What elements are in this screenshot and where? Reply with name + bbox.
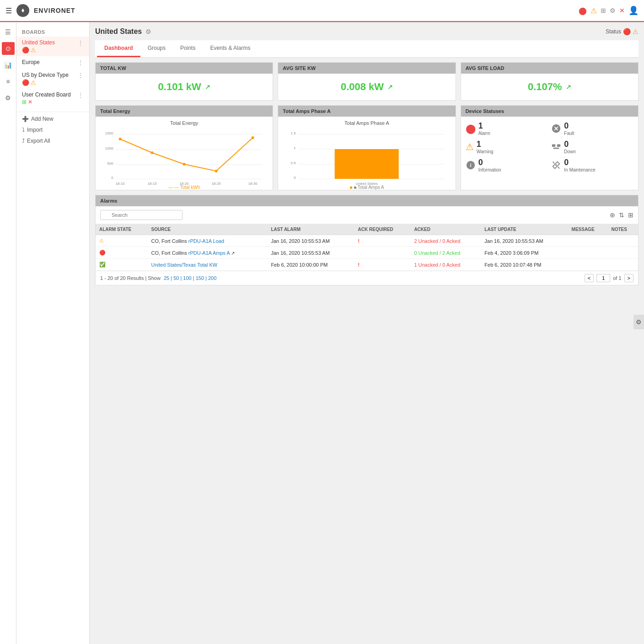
filter-icon[interactable]: ⊛ bbox=[610, 211, 615, 219]
alarms-table: ALARM STATE SOURCE LAST ALARM ACK REQUIR… bbox=[96, 224, 638, 271]
sidebar-icon-settings[interactable]: ⚙ bbox=[2, 91, 15, 104]
alarms-toolbar: 🔍 ⊛ ⇅ ⊞ bbox=[96, 206, 638, 224]
kpi-card-avg-site-load: AVG SITE LOAD 0.107% ↗ bbox=[461, 62, 639, 101]
amps-chart-legend: ■ ■ Total Amps A bbox=[282, 185, 451, 190]
warning-count: 1 bbox=[477, 140, 494, 149]
svg-text:18:10: 18:10 bbox=[116, 182, 125, 186]
board-item-device-type[interactable]: US by Device Type 🔴 ⚠ ⋮ bbox=[16, 69, 89, 89]
info-icon-container: i bbox=[466, 160, 476, 170]
status-alarm-icon: 🔴 bbox=[623, 28, 631, 35]
search-input[interactable] bbox=[100, 210, 182, 220]
board-item-united-states[interactable]: United States 🔴 ⚠ ⋮ bbox=[16, 37, 89, 56]
row2-source-link[interactable]: rPDU-A1A Amps A bbox=[188, 250, 230, 256]
sidebar-icon-list[interactable]: ≡ bbox=[2, 75, 15, 88]
svg-text:500: 500 bbox=[107, 161, 113, 166]
sidebar-icon-home[interactable]: ⊙ bbox=[2, 42, 15, 55]
table-row: ✅ United States/Texas Total KW Feb 6, 20… bbox=[96, 259, 638, 271]
kpi-row: TOTAL KW 0.101 kW ↗ AVG SITE KW 0.008 kW… bbox=[95, 62, 639, 101]
status-maintenance: 0 In Maintenance bbox=[551, 158, 633, 172]
table-row: 🔴 CO, Fort Collins rPDU-A1A Amps A ↗ Jan… bbox=[96, 247, 638, 259]
import-link[interactable]: ⤵ Import bbox=[22, 125, 84, 135]
next-page-btn[interactable]: > bbox=[624, 274, 633, 282]
svg-text:18:30: 18:30 bbox=[248, 182, 258, 186]
top-nav: ☰ ENVIRONET ⬤ ⚠ ⊞ ⚙ ✕ 👤 bbox=[0, 0, 644, 22]
main-layout: ☰ ⊙ 📊 ≡ ⚙ BOARDS United States 🔴 ⚠ ⋮ Eur… bbox=[0, 22, 644, 644]
svg-text:1.5: 1.5 bbox=[291, 131, 296, 135]
row3-last-update: Feb 6, 2020 10:07:48 PM bbox=[481, 259, 568, 271]
col-message: MESSAGE bbox=[568, 224, 608, 235]
fault-icon-container bbox=[551, 123, 561, 134]
sort-icon[interactable]: ⇅ bbox=[619, 211, 624, 219]
nav-warning-icon[interactable]: ⚠ bbox=[590, 6, 597, 15]
fault-label: Fault bbox=[564, 131, 574, 136]
add-new-link[interactable]: ➕ Add New bbox=[22, 114, 84, 124]
chart-device-statuses: Device Statuses ⬤ 1 Alarm bbox=[461, 105, 639, 190]
kpi-trend-icon-0: ↗ bbox=[205, 83, 210, 91]
board-more-user[interactable]: ⋮ bbox=[77, 91, 84, 99]
kpi-value-avg-site-kw: 0.008 kW ↗ bbox=[278, 74, 455, 100]
badge-orange-warn: ⚠ bbox=[31, 47, 36, 54]
tab-points[interactable]: Points bbox=[173, 40, 203, 57]
nav-user-icon[interactable]: 👤 bbox=[628, 5, 639, 16]
nav-close-icon[interactable]: ✕ bbox=[619, 7, 625, 14]
nav-alarm-icon[interactable]: ⬤ bbox=[579, 6, 587, 15]
col-alarm-state: ALARM STATE bbox=[96, 224, 148, 235]
kpi-header-total-kw: TOTAL KW bbox=[96, 63, 273, 74]
columns-icon[interactable]: ⊞ bbox=[628, 211, 633, 219]
row3-source-link[interactable]: United States/Texas Total KW bbox=[151, 262, 218, 268]
kpi-trend-icon-2: ↗ bbox=[566, 83, 571, 91]
info-count: 0 bbox=[478, 158, 501, 167]
row3-state: ✅ bbox=[96, 259, 148, 271]
tab-groups[interactable]: Groups bbox=[140, 40, 173, 57]
info-label: Information bbox=[478, 167, 501, 172]
menu-icon[interactable]: ☰ bbox=[5, 6, 12, 15]
nav-logo bbox=[16, 4, 29, 17]
settings-float-btn[interactable]: ⚙ bbox=[633, 315, 644, 329]
svg-text:0: 0 bbox=[111, 176, 113, 180]
row1-source-link[interactable]: rPDU-A1A Load bbox=[188, 238, 224, 244]
board-more-btn[interactable]: ⋮ bbox=[77, 39, 84, 47]
export-all-link[interactable]: ⤴ Export All bbox=[22, 136, 84, 146]
board-name-europe: Europe bbox=[22, 59, 40, 65]
board-item-europe[interactable]: Europe ⋮ bbox=[16, 56, 89, 69]
energy-chart-svg: 1500 1000 500 0 bbox=[99, 128, 269, 182]
maintenance-icon-container bbox=[551, 160, 561, 170]
svg-text:18:25: 18:25 bbox=[212, 182, 221, 186]
row2-acked: 0 Unacked / 2 Acked bbox=[410, 247, 481, 259]
status-label: Status bbox=[606, 28, 621, 35]
chart-body-amps: Total Amps Phase A 0 0.5 1 1.5 bbox=[278, 117, 455, 190]
row3-acked: 1 Unacked / 0 Acked bbox=[410, 259, 481, 271]
board-more-europe[interactable]: ⋮ bbox=[77, 59, 84, 66]
device-statuses-grid: ⬤ 1 Alarm bbox=[461, 117, 638, 177]
tab-events-alarms[interactable]: Events & Alarms bbox=[203, 40, 258, 57]
sidebar-icon-menu[interactable]: ☰ bbox=[2, 26, 15, 38]
prev-page-btn[interactable]: < bbox=[585, 274, 594, 282]
svg-point-12 bbox=[215, 170, 218, 172]
tab-dashboard[interactable]: Dashboard bbox=[97, 40, 140, 57]
boards-panel: BOARDS United States 🔴 ⚠ ⋮ Europe ⋮ bbox=[16, 22, 90, 644]
sidebar-icon-chart[interactable]: 📊 bbox=[2, 59, 15, 71]
board-item-user-created[interactable]: User Created Board ⊞ ✕ ⋮ bbox=[16, 89, 89, 108]
svg-line-38 bbox=[553, 162, 555, 164]
page-input[interactable] bbox=[596, 274, 610, 282]
col-notes: NOTES bbox=[607, 224, 638, 235]
nav-wrench-icon[interactable]: ⚙ bbox=[610, 7, 616, 14]
pagination-info: 1 - 20 of 20 Results | Show 25 | 50 | 10… bbox=[100, 275, 216, 281]
alarm-count-label: 1 Alarm bbox=[478, 121, 490, 136]
kpi-card-avg-site-kw: AVG SITE KW 0.008 kW ↗ bbox=[278, 62, 456, 101]
row3-message bbox=[568, 259, 608, 271]
status-info: i 0 Information bbox=[466, 158, 548, 172]
page-settings-icon[interactable]: ⚙ bbox=[145, 28, 151, 35]
svg-text:1500: 1500 bbox=[105, 131, 113, 135]
row3-source: United States/Texas Total KW bbox=[148, 259, 268, 271]
alarms-table-wrapper: ALARM STATE SOURCE LAST ALARM ACK REQUIR… bbox=[96, 224, 638, 271]
nav-grid-icon[interactable]: ⊞ bbox=[601, 7, 606, 14]
pagination-show-options[interactable]: 25 | 50 | 100 | 150 | 200 bbox=[164, 275, 216, 281]
col-last-alarm: LAST ALARM bbox=[267, 224, 354, 235]
chart-title-amps: Total Amps Phase A bbox=[282, 120, 451, 126]
badge-red-user: ✕ bbox=[28, 99, 32, 105]
settings-float-icon: ⚙ bbox=[636, 318, 642, 326]
board-more-device[interactable]: ⋮ bbox=[77, 72, 84, 79]
col-acked: ACKED bbox=[410, 224, 481, 235]
svg-line-39 bbox=[558, 167, 560, 169]
